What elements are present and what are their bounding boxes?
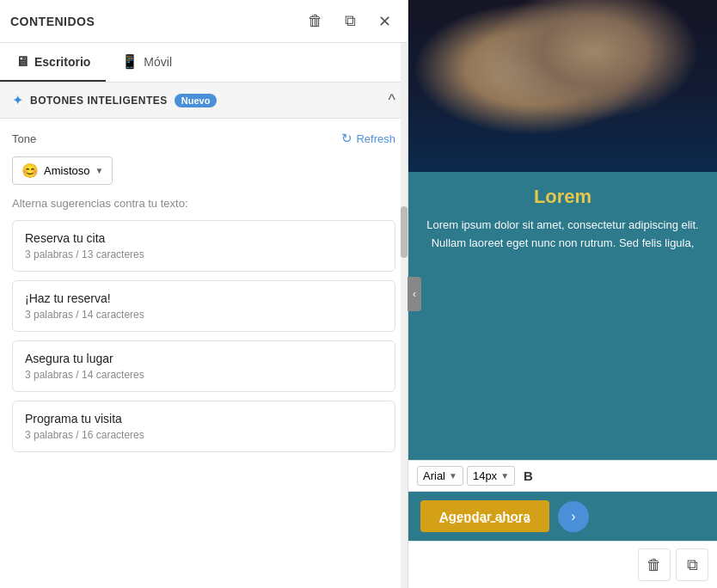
panel-header: CONTENIDOS 🗑 ⧉ ✕ [0,0,408,43]
font-size-value: 14px [473,469,497,482]
barber-overlay [408,0,717,172]
toolbar-row: Arial ▼ 14px ▼ B [408,460,717,492]
arrow-right-icon: › [571,509,575,524]
scrollbar-thumb [401,206,408,258]
suggestion-text-3: Asegura tu lugar [25,352,383,365]
bottom-copy-icon: ⧉ [687,556,698,574]
font-family-select[interactable]: Arial ▼ [417,466,463,486]
suggestion-card-2[interactable]: ¡Haz tu reserva! 3 palabras / 14 caracte… [12,280,395,332]
header-icons: 🗑 ⧉ ✕ [303,9,397,34]
tab-escritorio[interactable]: 🖥 Escritorio [0,43,106,82]
tone-dropdown[interactable]: 😊 Amistoso ▼ [12,156,113,185]
chevron-left-icon: ‹ [413,288,416,300]
suggestion-card-3[interactable]: Asegura tu lugar 3 palabras / 14 caracte… [12,340,395,392]
copy-icon-button[interactable]: ⧉ [337,9,363,34]
bottom-trash-icon: 🗑 [647,556,662,574]
tab-movil[interactable]: 📱 Móvil [106,43,187,82]
suggestion-text-4: Programa tu visita [25,412,383,426]
smart-section-left: ✦ BOTONES INTELIGENTES Nuevo [12,92,217,108]
chevron-down-icon: ▼ [95,166,103,175]
font-family-value: Arial [423,469,445,482]
tone-emoji: 😊 [21,162,39,179]
desktop-icon: 🖥 [15,54,29,70]
tone-row: Tone ↻ Refresh [12,131,395,146]
panel-scrollbar [401,43,408,588]
star-icon: ✦ [12,92,23,108]
suggestion-card-4[interactable]: Programa tu visita 3 palabras / 16 carac… [12,401,395,452]
bold-button[interactable]: B [518,466,538,486]
agendar-button[interactable]: Agendar ahora [420,500,549,532]
close-icon: ✕ [378,12,391,31]
copy-icon: ⧉ [345,12,356,30]
chevron-up-icon: ^ [389,91,395,108]
suggestion-meta-1: 3 palabras / 13 caracteres [25,248,383,260]
collapse-button[interactable]: ^ [389,91,395,109]
barber-image-area [408,0,717,172]
mobile-icon: 📱 [121,53,138,70]
tone-value: Amistoso [44,164,89,177]
refresh-button[interactable]: ↻ Refresh [341,131,395,146]
close-icon-button[interactable]: ✕ [371,9,397,34]
tone-label: Tone [12,132,36,145]
tabs-row: 🖥 Escritorio 📱 Móvil [0,43,408,83]
suggestion-meta-2: 3 palabras / 14 caracteres [25,309,383,321]
barber-image [408,0,717,172]
suggestion-meta-3: 3 palabras / 14 caracteres [25,369,383,381]
lorem-title: Lorem [424,186,702,208]
font-size-select[interactable]: 14px ▼ [467,466,515,486]
nuevo-badge: Nuevo [175,94,218,107]
suggestions-subtitle: Alterna sugerencias contra tu texto: [12,197,395,210]
suggestion-text-2: ¡Haz tu reserva! [25,291,383,305]
lorem-body: Lorem ipsum dolor sit amet, consectetur … [424,217,702,253]
bottom-actions: 🗑 ⧉ [408,541,717,588]
right-panel: Lorem Lorem ipsum dolor sit amet, consec… [408,0,717,588]
bottom-copy-button[interactable]: ⧉ [676,548,708,581]
circle-action-button[interactable]: › [558,501,589,532]
content-area: Tone ↻ Refresh 😊 Amistoso ▼ Alterna suge… [0,119,408,588]
trash-icon: 🗑 [308,12,323,30]
refresh-icon: ↻ [341,131,352,146]
suggestion-text-1: Reserva tu cita [25,231,383,245]
smart-section-label: BOTONES INTELIGENTES [30,95,168,107]
button-row: Agendar ahora › [408,492,717,541]
left-panel: CONTENIDOS 🗑 ⧉ ✕ 🖥 Escritorio 📱 Móvil ✦ [0,0,408,588]
trash-icon-button[interactable]: 🗑 [303,9,328,34]
panel-title: CONTENIDOS [10,15,95,28]
size-chevron-icon: ▼ [500,471,509,481]
font-chevron-icon: ▼ [449,471,457,481]
suggestion-card-1[interactable]: Reserva tu cita 3 palabras / 13 caracter… [12,220,395,272]
teal-content: Lorem Lorem ipsum dolor sit amet, consec… [408,172,717,460]
smart-section-header: ✦ BOTONES INTELIGENTES Nuevo ^ [0,83,408,119]
suggestion-meta-4: 3 palabras / 16 caracteres [25,429,383,441]
bottom-trash-button[interactable]: 🗑 [638,548,671,581]
collapse-panel-arrow[interactable]: ‹ [408,277,421,311]
